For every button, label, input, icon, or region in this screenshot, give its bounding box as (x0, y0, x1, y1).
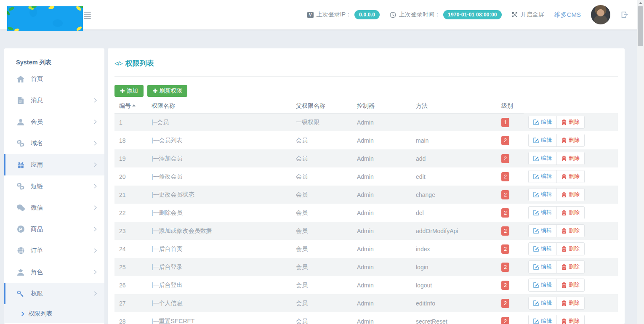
last-login-ip-badge: 0.0.0.0 (354, 10, 380, 19)
edit-button[interactable]: 编辑 (529, 315, 556, 324)
edit-button[interactable]: 编辑 (529, 134, 556, 146)
table-row: 23 |---添加或修改会员数据 会员 Admin addOrModifyApi… (114, 222, 618, 240)
cell-parent-name: 会员 (291, 240, 352, 258)
trash-icon (562, 210, 567, 215)
delete-button[interactable]: 删除 (556, 116, 584, 128)
edit-button[interactable]: 编辑 (529, 152, 556, 165)
avatar[interactable] (591, 5, 610, 24)
level-badge: 2 (501, 244, 509, 254)
add-button[interactable]: ✚ 添加 (114, 85, 144, 97)
level-badge: 2 (501, 208, 509, 218)
edit-icon (533, 156, 539, 161)
plus-icon: ✚ (120, 88, 125, 94)
cell-actions: 编辑 删除 (524, 294, 618, 312)
cell-method: del (411, 204, 497, 222)
delete-button[interactable]: 删除 (556, 261, 584, 273)
table-row: 20 |---修改会员 会员 Admin edit 2 编辑 删除 (114, 167, 618, 186)
sidebar-item-home[interactable]: 首页 (4, 68, 104, 90)
sidebar-subitem-permission-list[interactable]: 权限列表 (4, 304, 104, 323)
column-header-parent-name: 父权限名称 (291, 101, 352, 113)
sidebar-item-members[interactable]: 会员 (4, 111, 104, 133)
edit-button[interactable]: 编辑 (529, 189, 556, 201)
fullscreen-button[interactable]: 开启全屏 (512, 11, 544, 19)
delete-button[interactable]: 删除 (556, 279, 584, 291)
edit-button[interactable]: 编辑 (529, 225, 556, 237)
level-badge: 2 (501, 172, 509, 181)
sidebar-item-apps[interactable]: 应用 (4, 154, 104, 175)
edit-button[interactable]: 编辑 (529, 261, 556, 273)
menu-toggle-icon[interactable] (84, 12, 91, 20)
edit-button[interactable]: 编辑 (529, 297, 556, 309)
product-icon: P (16, 226, 25, 233)
sidebar-item-domains[interactable]: 域名 (4, 133, 104, 154)
cell-actions: 编辑 删除 (524, 240, 618, 258)
cell-id: 24 (114, 240, 147, 258)
cell-permission-name: |---后台登录 (147, 258, 291, 276)
edit-button[interactable]: 编辑 (529, 207, 556, 219)
code-icon: </> (114, 60, 122, 67)
delete-button[interactable]: 删除 (556, 189, 584, 201)
sidebar-item-messages[interactable]: 消息 (4, 90, 104, 111)
delete-button[interactable]: 删除 (556, 315, 584, 324)
sidebar-submenu: 权限列表 (4, 304, 104, 323)
delete-button[interactable]: 删除 (556, 225, 584, 237)
cell-controller: Admin (352, 186, 411, 204)
cell-actions: 编辑 删除 (524, 149, 618, 167)
message-icon (16, 97, 25, 104)
delete-button[interactable]: 删除 (556, 243, 584, 255)
cell-level: 2 (497, 149, 524, 167)
chevron-right-icon (94, 205, 97, 210)
edit-icon (533, 300, 539, 306)
trash-icon (562, 174, 567, 179)
table-header-row: 编号 权限名称 父权限名称 控制器 方法 级别 (114, 101, 618, 113)
edit-icon (533, 192, 539, 197)
sidebar-subitem-label: 权限列表 (28, 310, 53, 318)
delete-button[interactable]: 删除 (556, 170, 584, 183)
table-row: 21 |---更改会员状态 会员 Admin change 2 编辑 删除 (114, 186, 618, 204)
main-panel: </> 权限列表 ✚ 添加 ✚ 刷新权限 编号 权限名称 父权限名称 控制器 方… (108, 48, 625, 324)
last-login-ip-label: 上次登录IP： (317, 11, 351, 19)
delete-button[interactable]: 删除 (556, 134, 584, 146)
cell-level: 2 (497, 186, 524, 204)
scrollbar-thumb[interactable] (638, 6, 643, 46)
cell-controller: Admin (352, 222, 411, 240)
delete-button[interactable]: 删除 (556, 207, 584, 219)
logout-icon[interactable] (620, 11, 629, 19)
edit-icon (533, 319, 539, 324)
cell-permission-name: |---后台首页 (147, 240, 291, 258)
fullscreen-icon (512, 12, 518, 18)
sidebar-item-shortlinks[interactable]: 短链 (4, 175, 104, 197)
sidebar-item-wechat[interactable]: 微信 (4, 197, 104, 218)
sidebar: System 列表 首页 消息 会员 域名 应用 (4, 48, 104, 324)
delete-button[interactable]: 删除 (556, 152, 584, 165)
site-name-link[interactable]: 维多CMS (554, 11, 581, 19)
sidebar-item-orders[interactable]: 订单 (4, 240, 104, 261)
delete-button[interactable]: 删除 (556, 297, 584, 309)
edit-icon (533, 210, 539, 215)
vertical-scrollbar[interactable] (637, 0, 644, 324)
cell-permission-name: |---重置SECRET (147, 312, 291, 324)
last-login-ip: V 上次登录IP： 0.0.0.0 (307, 10, 380, 19)
sidebar-item-permissions[interactable]: 权限 (4, 283, 104, 304)
cell-parent-name: 会员 (291, 167, 352, 186)
edit-button[interactable]: 编辑 (529, 243, 556, 255)
edit-button[interactable]: 编辑 (529, 116, 556, 128)
chevron-right-icon (94, 291, 97, 296)
level-badge: 2 (501, 136, 509, 145)
edit-button[interactable]: 编辑 (529, 279, 556, 291)
cell-method: add (411, 149, 497, 167)
home-icon (16, 76, 25, 82)
logo[interactable] (7, 6, 83, 31)
order-icon (16, 247, 25, 254)
column-header-id[interactable]: 编号 (114, 101, 147, 113)
sidebar-item-roles[interactable]: 角色 (4, 261, 104, 283)
cell-parent-name: 会员 (291, 258, 352, 276)
edit-button[interactable]: 编辑 (529, 170, 556, 183)
cell-actions: 编辑 删除 (524, 186, 618, 204)
sidebar-item-label: 会员 (31, 118, 43, 126)
cell-id: 23 (114, 222, 147, 240)
level-badge: 2 (501, 190, 509, 199)
scrollbar-up-arrow[interactable] (637, 0, 644, 6)
refresh-permissions-button[interactable]: ✚ 刷新权限 (147, 85, 188, 97)
sidebar-item-products[interactable]: P 商品 (4, 218, 104, 240)
